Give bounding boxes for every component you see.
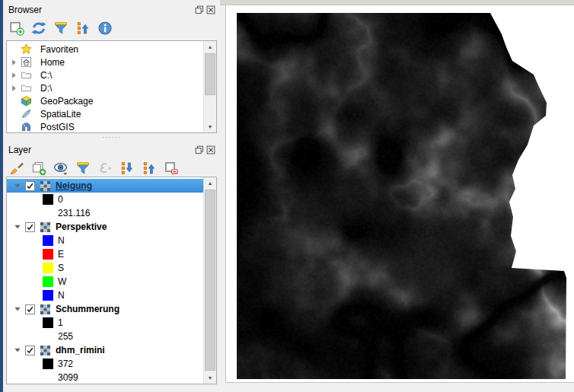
filter-legend-button[interactable] bbox=[75, 161, 91, 178]
browser-item-home[interactable]: Home bbox=[7, 56, 203, 69]
legend-color-swatch bbox=[43, 208, 53, 218]
layer-styling-icon bbox=[9, 161, 24, 178]
browser-tree: FavoritenHomeC:\D:\GeoPackageSpatiaLiteP… bbox=[6, 40, 217, 133]
browser-item-spatialite[interactable]: SpatiaLite bbox=[7, 107, 203, 120]
scroll-up-icon[interactable]: ▲ bbox=[204, 177, 216, 189]
filter-browser-icon bbox=[53, 21, 69, 38]
scroll-down-icon[interactable]: ▼ bbox=[204, 121, 216, 132]
browser-scrollbar[interactable]: ▲ ▼ bbox=[203, 41, 216, 132]
properties-button[interactable] bbox=[97, 21, 113, 38]
legend-color-swatch bbox=[43, 290, 53, 301]
legend-item[interactable]: 0 bbox=[7, 193, 203, 206]
layer-checkbox[interactable] bbox=[25, 304, 35, 314]
layer-row-perspektive[interactable]: Perspektive bbox=[7, 220, 203, 234]
qgis-window: Browser FavoritenHomeC:\D:\GeoPackageSpa… bbox=[0, 0, 574, 392]
map-themes-icon bbox=[53, 161, 69, 178]
geopackage-icon bbox=[21, 95, 36, 107]
expander-down-icon[interactable] bbox=[10, 182, 25, 190]
browser-item-postgis[interactable]: PostGIS bbox=[7, 120, 203, 133]
browser-float-button[interactable] bbox=[193, 5, 205, 15]
map-top-edge bbox=[220, 0, 574, 5]
refresh-icon bbox=[31, 21, 46, 38]
legend-item[interactable]: 372 bbox=[7, 357, 203, 371]
legend-label: 1 bbox=[58, 317, 63, 328]
layer-scrollbar[interactable]: ▲ ▼ bbox=[203, 177, 216, 384]
legend-item[interactable]: 255 bbox=[7, 330, 203, 343]
expand-all-button[interactable] bbox=[119, 161, 136, 178]
legend-label: 372 bbox=[58, 359, 73, 369]
filter-browser-button[interactable] bbox=[53, 21, 69, 38]
postgis-icon bbox=[21, 121, 36, 132]
expand-all-icon bbox=[120, 161, 135, 178]
browser-item-d[interactable]: D:\ bbox=[7, 81, 203, 94]
legend-item[interactable]: N bbox=[7, 234, 203, 247]
expander-down-icon[interactable] bbox=[10, 346, 25, 354]
collapse-all-tree-button[interactable] bbox=[141, 161, 158, 178]
star-icon bbox=[21, 43, 36, 55]
spatialite-icon bbox=[21, 108, 36, 120]
add-selected-layers-button[interactable] bbox=[8, 21, 25, 38]
add-group-icon bbox=[31, 161, 46, 178]
layer-row-dhm_rimini[interactable]: dhm_rimini bbox=[7, 343, 203, 357]
layer-panel-titlebar[interactable]: Layer bbox=[3, 140, 220, 158]
refresh-button[interactable] bbox=[30, 21, 47, 38]
legend-label: 231.116 bbox=[58, 208, 91, 218]
expander-right-icon[interactable] bbox=[10, 72, 21, 79]
folder-icon bbox=[21, 69, 36, 81]
layer-float-button[interactable] bbox=[193, 145, 205, 155]
legend-item[interactable]: 231.116 bbox=[7, 206, 203, 220]
legend-color-swatch bbox=[43, 359, 53, 369]
filter-expression-button[interactable] bbox=[97, 161, 113, 178]
expander-right-icon[interactable] bbox=[10, 84, 21, 92]
layer-checkbox[interactable] bbox=[25, 346, 35, 355]
browser-item-label: PostGIS bbox=[36, 122, 75, 132]
layer-close-button[interactable] bbox=[205, 145, 216, 155]
layer-row-neigung[interactable]: Neigung bbox=[7, 179, 203, 193]
collapse-all-tree-icon bbox=[142, 161, 157, 178]
remove-layer-button[interactable] bbox=[163, 161, 180, 178]
browser-panel: Browser FavoritenHomeC:\D:\GeoPackageSpa… bbox=[3, 0, 220, 135]
scroll-up-icon[interactable]: ▲ bbox=[204, 41, 216, 53]
add-group-button[interactable] bbox=[30, 161, 47, 178]
layer-tree: Neigung0231.116PerspektiveNESWNSchummeru… bbox=[6, 177, 217, 384]
expander-down-icon[interactable] bbox=[10, 223, 25, 231]
raster-layer-icon bbox=[40, 180, 54, 192]
panel-splitter[interactable]: ······ bbox=[3, 135, 220, 140]
legend-item[interactable]: W bbox=[7, 275, 203, 288]
collapse-all-button[interactable] bbox=[75, 21, 91, 38]
remove-layer-icon bbox=[164, 161, 179, 178]
raster-layer-icon bbox=[40, 221, 54, 233]
layer-row-schummerung[interactable]: Schummerung bbox=[7, 302, 203, 316]
browser-close-button[interactable] bbox=[205, 5, 216, 15]
legend-item[interactable]: E bbox=[7, 247, 203, 261]
layer-checkbox[interactable] bbox=[25, 222, 35, 232]
browser-item-geopackage[interactable]: GeoPackage bbox=[7, 94, 203, 107]
scroll-down-icon[interactable]: ▼ bbox=[204, 372, 216, 384]
legend-label: 3099 bbox=[58, 372, 78, 383]
legend-item[interactable]: N bbox=[7, 288, 203, 302]
browser-panel-titlebar[interactable]: Browser bbox=[3, 0, 220, 18]
legend-label: N bbox=[58, 235, 65, 246]
legend-item[interactable]: 3099 bbox=[7, 371, 203, 384]
map-canvas[interactable] bbox=[225, 5, 574, 383]
browser-item-label: Home bbox=[36, 57, 65, 68]
layer-styling-button[interactable] bbox=[8, 161, 25, 178]
map-themes-button[interactable] bbox=[53, 161, 69, 178]
filter-legend-icon bbox=[75, 161, 91, 178]
expander-down-icon[interactable] bbox=[10, 305, 25, 313]
browser-item-c[interactable]: C:\ bbox=[7, 69, 203, 81]
add-selected-layers-icon bbox=[9, 21, 24, 38]
legend-label: N bbox=[58, 290, 65, 301]
expander-right-icon[interactable] bbox=[10, 59, 21, 66]
browser-scroll-thumb[interactable] bbox=[205, 53, 215, 95]
browser-item-favoriten[interactable]: Favoriten bbox=[7, 43, 203, 56]
layer-checkbox[interactable] bbox=[25, 181, 35, 191]
legend-label: W bbox=[58, 276, 66, 287]
layer-scroll-thumb[interactable] bbox=[205, 190, 215, 371]
dock-area: Browser FavoritenHomeC:\D:\GeoPackageSpa… bbox=[3, 0, 220, 384]
legend-label: S bbox=[58, 263, 64, 273]
legend-item[interactable]: 1 bbox=[7, 316, 203, 330]
collapse-all-icon bbox=[75, 21, 91, 38]
browser-item-label: SpatiaLite bbox=[36, 109, 81, 120]
legend-item[interactable]: S bbox=[7, 261, 203, 275]
